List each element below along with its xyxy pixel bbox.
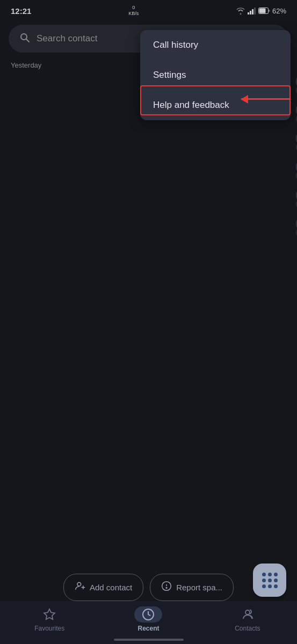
menu-item-settings[interactable]: Settings <box>140 60 291 90</box>
menu-item-help-feedback[interactable]: Help and feedback <box>140 90 291 120</box>
arrow-annotation <box>241 98 289 100</box>
menu-item-call-history[interactable]: Call history <box>140 30 291 60</box>
dropdown-menu: Call history Settings Help and feedback <box>140 30 291 120</box>
